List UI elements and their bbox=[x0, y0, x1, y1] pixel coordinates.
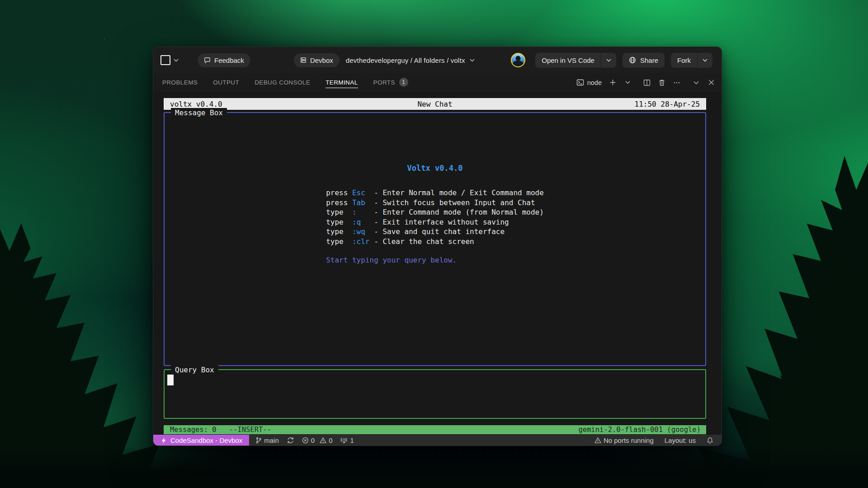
zap-icon bbox=[161, 437, 167, 444]
tab-ports[interactable]: PORTS 1 bbox=[373, 73, 408, 92]
no-ports-label: No ports running bbox=[604, 436, 654, 444]
close-panel-icon[interactable] bbox=[707, 79, 715, 87]
query-box-input[interactable]: Query Box bbox=[164, 369, 706, 419]
tab-problems[interactable]: PROBLEMS bbox=[162, 73, 198, 92]
remote-label: CodeSandbox - Devbox bbox=[170, 436, 242, 444]
feedback-label: Feedback bbox=[214, 56, 244, 64]
branch-name: main bbox=[264, 436, 279, 444]
window-header: Feedback Devbox devthedeveloperguy / All… bbox=[153, 47, 722, 73]
codesandbox-logo-icon[interactable] bbox=[160, 55, 170, 65]
share-label: Share bbox=[640, 56, 658, 64]
terminal-options-chevron-icon[interactable] bbox=[623, 79, 632, 87]
voltx-datetime: 11:50 28-Apr-25 bbox=[523, 100, 700, 108]
message-box-label: Message Box bbox=[171, 108, 227, 117]
layout-item[interactable]: Layout: us bbox=[664, 436, 697, 444]
warnings-icon bbox=[320, 437, 326, 444]
fork-chevron-icon[interactable] bbox=[697, 53, 712, 68]
panel-tabbar: PROBLEMS OUTPUT DEBUG CONSOLE TERMINAL P… bbox=[153, 73, 722, 92]
ports-count-badge: 1 bbox=[399, 78, 408, 87]
share-button[interactable]: Share bbox=[623, 53, 665, 68]
notifications-bell-icon[interactable] bbox=[706, 437, 714, 444]
tab-debug-console[interactable]: DEBUG CONSOLE bbox=[255, 73, 310, 92]
more-actions-icon[interactable] bbox=[673, 79, 681, 87]
chat-title: New Chat bbox=[347, 100, 524, 108]
statusbar: CodeSandbox - Devbox main 0 0 1 bbox=[153, 434, 722, 446]
open-in-vscode-label[interactable]: Open in VS Code bbox=[535, 53, 601, 68]
speech-bubble-icon bbox=[204, 57, 211, 64]
breadcrumb-chevron-icon[interactable] bbox=[470, 59, 475, 62]
tab-output[interactable]: OUTPUT bbox=[213, 73, 239, 92]
forwarded-ports-item[interactable]: 1 bbox=[340, 436, 354, 444]
workspace-menu-chevron-icon[interactable] bbox=[174, 59, 179, 62]
globe-icon bbox=[629, 56, 636, 64]
remote-indicator[interactable]: CodeSandbox - Devbox bbox=[153, 435, 249, 446]
message-box: Message Box Voltx v0.4.0 press Esc - Ent… bbox=[164, 112, 706, 366]
terminal-shell-selector[interactable]: node bbox=[576, 79, 602, 86]
new-terminal-icon[interactable] bbox=[609, 79, 617, 87]
shell-label: node bbox=[587, 79, 602, 86]
devbox-stack-icon bbox=[300, 57, 307, 63]
voltx-version: voltx v0.4.0 bbox=[170, 100, 347, 108]
tab-terminal[interactable]: TERMINAL bbox=[326, 73, 358, 92]
warning-icon bbox=[594, 437, 601, 444]
kill-terminal-trash-icon[interactable] bbox=[658, 79, 666, 87]
open-in-vscode-button[interactable]: Open in VS Code bbox=[535, 53, 616, 68]
ports-count: 1 bbox=[350, 436, 354, 444]
git-branch-icon bbox=[255, 437, 262, 444]
radio-tower-icon bbox=[340, 437, 348, 444]
voltx-banner-title: Voltx v0.4.0 bbox=[326, 164, 544, 173]
ports-label: PORTS bbox=[373, 79, 395, 86]
help-text: press Esc - Enter Normal mode / Exit Com… bbox=[326, 188, 544, 246]
errors-icon bbox=[302, 437, 309, 444]
no-ports-item[interactable]: No ports running bbox=[594, 436, 655, 444]
query-box-label: Query Box bbox=[171, 365, 218, 375]
statusline-mode: Messages: 0 --INSERT-- bbox=[170, 426, 271, 434]
statusline-model: gemini-2.0-flash-001 (google) bbox=[578, 426, 701, 434]
warning-count: 0 bbox=[329, 436, 332, 444]
user-avatar[interactable] bbox=[511, 53, 525, 67]
fork-label[interactable]: Fork bbox=[671, 53, 697, 68]
devbox-label: Devbox bbox=[310, 56, 333, 64]
breadcrumb[interactable]: devthedeveloperguy / All folders / voltx bbox=[346, 56, 465, 64]
start-typing-prompt: Start typing your query below. bbox=[326, 256, 457, 264]
git-branch-item[interactable]: main bbox=[255, 436, 280, 444]
terminal-icon bbox=[576, 79, 584, 86]
fork-button[interactable]: Fork bbox=[671, 53, 712, 68]
text-cursor bbox=[167, 375, 174, 385]
forest-ground bbox=[0, 447, 868, 488]
desktop: { "window": { "header": { "feedback_labe… bbox=[0, 0, 868, 488]
open-in-vscode-chevron-icon[interactable] bbox=[601, 53, 616, 68]
error-count: 0 bbox=[311, 436, 315, 444]
feedback-button[interactable]: Feedback bbox=[198, 53, 250, 67]
codesandbox-window: Feedback Devbox devthedeveloperguy / All… bbox=[153, 47, 722, 446]
sync-icon bbox=[287, 437, 294, 444]
hide-panel-chevron-icon[interactable] bbox=[692, 79, 700, 87]
terminal-panel[interactable]: voltx v0.4.0 New Chat 11:50 28-Apr-25 Me… bbox=[153, 92, 722, 434]
split-terminal-icon[interactable] bbox=[643, 79, 651, 87]
voltx-titlebar: voltx v0.4.0 New Chat 11:50 28-Apr-25 bbox=[164, 98, 706, 110]
sync-changes-item[interactable] bbox=[286, 437, 295, 444]
devbox-badge[interactable]: Devbox bbox=[294, 53, 340, 67]
voltx-statusline: Messages: 0 --INSERT-- gemini-2.0-flash-… bbox=[164, 425, 706, 434]
problems-item[interactable]: 0 0 bbox=[301, 436, 334, 444]
